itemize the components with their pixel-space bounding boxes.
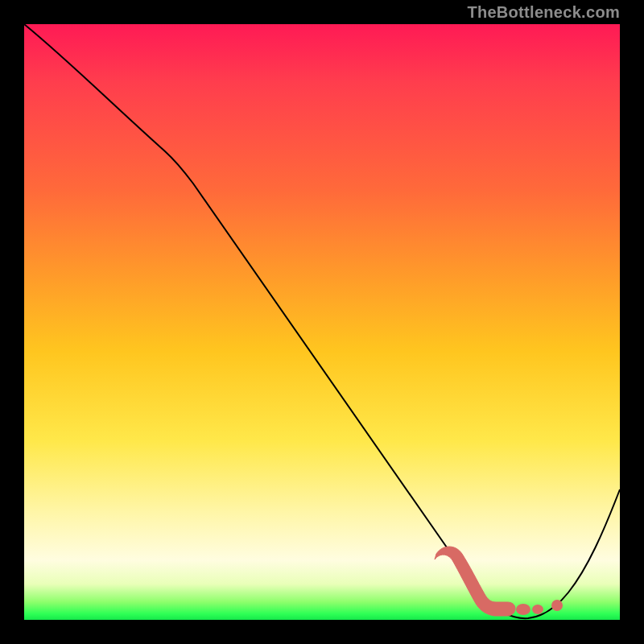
marked-blob: [435, 547, 515, 616]
chart-canvas: TheBottleneck.com: [0, 0, 644, 644]
plot-area: [24, 24, 620, 620]
marked-dot-1: [516, 604, 530, 615]
marked-dot-3: [551, 600, 563, 611]
marked-region: [435, 547, 563, 616]
bottleneck-curve: [24, 24, 620, 618]
marked-dot-2: [532, 605, 543, 614]
chart-svg: [24, 24, 620, 620]
watermark-text: TheBottleneck.com: [467, 3, 620, 22]
